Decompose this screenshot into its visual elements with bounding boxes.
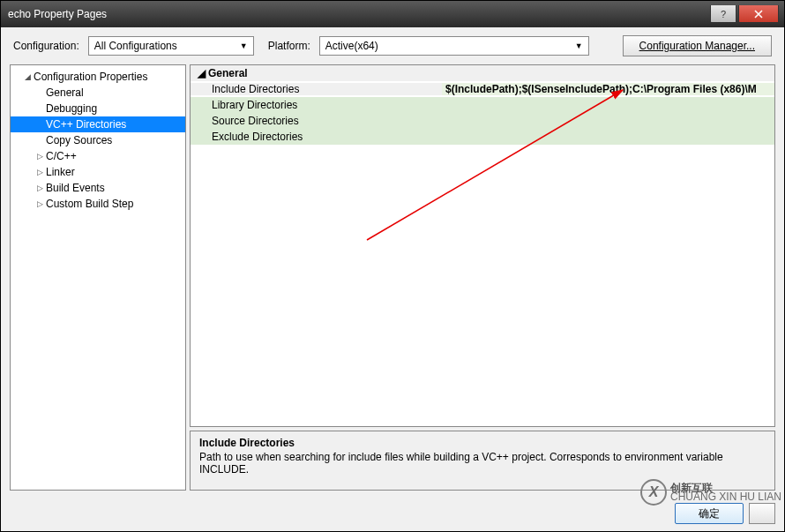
tree-view[interactable]: ◢ Configuration Properties General Debug… xyxy=(10,64,186,491)
grid-row-include-directories[interactable]: Include Directories $(IncludePath);$(ISe… xyxy=(191,81,774,97)
chevron-down-icon: ▼ xyxy=(575,41,583,50)
close-icon xyxy=(754,10,763,19)
grid-row-exclude-directories[interactable]: Exclude Directories xyxy=(191,129,774,145)
tree-item-vcpp-directories[interactable]: VC++ Directories xyxy=(11,116,185,132)
ok-button[interactable]: 确定 xyxy=(675,503,744,524)
tree-item-general[interactable]: General xyxy=(11,85,185,101)
tree-item-linker[interactable]: ▷Linker xyxy=(11,164,185,180)
grid-label: Source Directories xyxy=(191,115,442,127)
description-title: Include Directories xyxy=(199,437,766,449)
grid-value[interactable]: $(IncludePath);$(ISenseIncludePath);C:\P… xyxy=(442,83,774,95)
description-text: Path to use when searching for include f… xyxy=(199,451,766,476)
grid-label: Exclude Directories xyxy=(191,131,442,143)
main-panel: ◢General Include Directories $(IncludePa… xyxy=(190,64,775,491)
configuration-manager-button[interactable]: Configuration Manager... xyxy=(623,35,772,56)
tree-root[interactable]: ◢ Configuration Properties xyxy=(11,69,185,85)
grid-category[interactable]: ◢General xyxy=(191,65,774,81)
expand-icon: ▷ xyxy=(35,168,44,176)
grid-row-library-directories[interactable]: Library Directories xyxy=(191,97,774,113)
grid-label: Library Directories xyxy=(191,99,442,111)
toolbar: Configuration: All Configurations ▼ Plat… xyxy=(1,27,784,64)
expand-icon: ▷ xyxy=(35,184,44,192)
help-button[interactable]: ? xyxy=(710,5,736,23)
footer-button-2[interactable] xyxy=(749,503,775,524)
content-area: ◢ Configuration Properties General Debug… xyxy=(1,64,784,496)
tree-item-debugging[interactable]: Debugging xyxy=(11,101,185,116)
collapse-icon: ◢ xyxy=(23,72,32,81)
property-pages-window: echo Property Pages ? Configuration: All… xyxy=(0,0,785,532)
tree-item-copy-sources[interactable]: Copy Sources xyxy=(11,132,185,148)
grid-row-source-directories[interactable]: Source Directories xyxy=(191,113,774,129)
tree-item-build-events[interactable]: ▷Build Events xyxy=(11,180,185,196)
window-title: echo Property Pages xyxy=(6,8,708,20)
configuration-label: Configuration: xyxy=(13,40,79,52)
platform-combo[interactable]: Active(x64) ▼ xyxy=(319,36,589,56)
platform-value: Active(x64) xyxy=(325,40,378,52)
close-button[interactable] xyxy=(738,5,779,23)
configuration-combo[interactable]: All Configurations ▼ xyxy=(88,36,254,56)
chevron-down-icon: ▼ xyxy=(240,41,248,50)
platform-label: Platform: xyxy=(268,40,310,52)
grid-label: Include Directories xyxy=(191,83,442,95)
expand-icon: ▷ xyxy=(35,152,44,161)
tree-root-label: Configuration Properties xyxy=(32,71,147,83)
tree-item-ccpp[interactable]: ▷C/C++ xyxy=(11,148,185,164)
watermark: X 创新互联 CHUANG XIN HU LIAN xyxy=(640,479,781,506)
configuration-value: All Configurations xyxy=(94,40,177,52)
tree-item-custom-build-step[interactable]: ▷Custom Build Step xyxy=(11,196,185,212)
expand-icon: ▷ xyxy=(35,199,44,208)
collapse-icon: ◢ xyxy=(198,67,208,79)
titlebar: echo Property Pages ? xyxy=(1,1,784,27)
property-grid[interactable]: ◢General Include Directories $(IncludePa… xyxy=(190,64,775,427)
watermark-logo-icon: X xyxy=(640,479,667,506)
